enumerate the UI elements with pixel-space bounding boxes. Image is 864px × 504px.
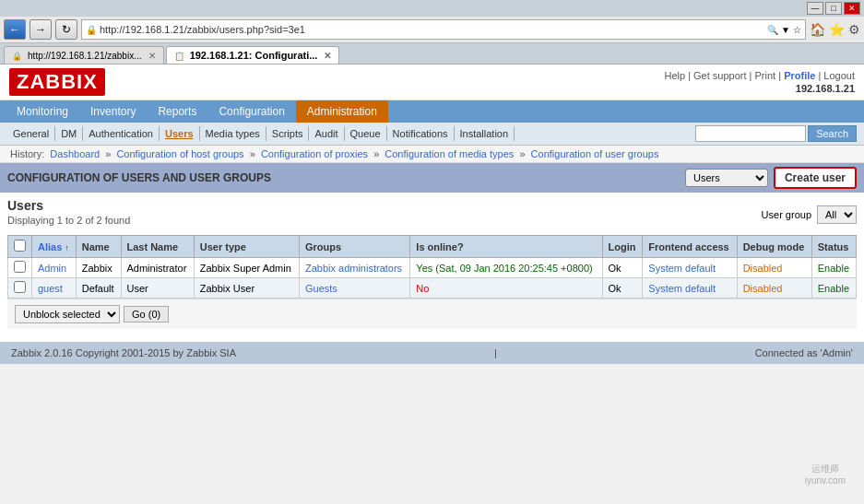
tab-2-close[interactable]: ✕	[324, 51, 331, 61]
subnav-dm[interactable]: DM	[55, 126, 83, 141]
row2-name: Default	[76, 278, 121, 299]
row1-frontend-value: System default	[648, 263, 716, 274]
address-favorite-icon[interactable]: ☆	[793, 25, 801, 35]
browser-tabs: 🔒 http://192.168.1.21/zabbix... ✕ 📋 192.…	[0, 43, 864, 64]
breadcrumb-dashboard[interactable]: Dashboard	[50, 148, 100, 159]
th-debug: Debug mode	[737, 236, 811, 258]
breadcrumb-sep2: »	[250, 148, 258, 159]
nav-monitoring[interactable]: Monitoring	[6, 100, 79, 123]
minimize-button[interactable]: —	[807, 2, 823, 15]
forward-button[interactable]: →	[30, 19, 52, 40]
go-button[interactable]: Go (0)	[124, 306, 169, 322]
tab-1-close[interactable]: ✕	[148, 51, 156, 61]
view-select[interactable]: Users User groups	[685, 169, 768, 187]
support-link[interactable]: Get support	[693, 70, 746, 81]
tab-2[interactable]: 📋 192.168.1.21: Configurati... ✕	[166, 46, 340, 64]
address-bar[interactable]: 🔒 http://192.168.1.21/zabbix/users.php?s…	[81, 19, 806, 40]
top-bar-right: Help | Get support | Print | Profile | L…	[664, 70, 855, 94]
bottom-actions: Unblock selected Go (0)	[7, 299, 857, 329]
row2-status: Enable	[811, 278, 856, 299]
breadcrumb-sep4: »	[519, 148, 527, 159]
profile-link[interactable]: Profile	[784, 70, 815, 81]
home-icon[interactable]: 🏠	[810, 22, 825, 37]
th-groups: Groups	[299, 236, 409, 258]
window-controls: — □ ✕	[807, 2, 860, 15]
subnav-authentication[interactable]: Authentication	[83, 126, 160, 141]
address-dropdown-icon[interactable]: ▼	[781, 25, 790, 35]
subnav-audit[interactable]: Audit	[309, 126, 344, 141]
main-nav: Monitoring Inventory Reports Configurati…	[0, 100, 864, 123]
browser-toolbar: ← → ↻ 🔒 http://192.168.1.21/zabbix/users…	[0, 17, 864, 43]
breadcrumb-proxies[interactable]: Configuration of proxies	[261, 148, 368, 159]
section-header: CONFIGURATION OF USERS AND USER GROUPS U…	[0, 163, 864, 193]
search-button[interactable]: Search	[808, 125, 857, 142]
users-section-title: Users	[7, 198, 130, 213]
usergroup-filter-label: User group	[762, 209, 811, 220]
footer-connected: Connected as 'Admin'	[755, 347, 853, 358]
star-icon[interactable]: ⭐	[829, 22, 845, 37]
subnav-scripts[interactable]: Scripts	[266, 126, 310, 141]
row1-groups: Zabbix administrators	[299, 258, 409, 278]
table-area: Users Displaying 1 to 2 of 2 found User …	[0, 193, 864, 334]
tab-1[interactable]: 🔒 http://192.168.1.21/zabbix... ✕	[4, 46, 164, 64]
th-alias: Alias ↑	[32, 236, 77, 258]
close-button[interactable]: ✕	[844, 2, 860, 15]
row1-login: Ok	[602, 258, 643, 278]
breadcrumb-media-types[interactable]: Configuration of media types	[385, 148, 514, 159]
nav-inventory[interactable]: Inventory	[79, 100, 147, 123]
th-name: Name	[76, 236, 121, 258]
row2-checkbox[interactable]	[14, 281, 26, 293]
sub-nav: General DM Authentication Users Media ty…	[0, 123, 864, 146]
search-input[interactable]	[695, 125, 806, 142]
address-security-icon: 🔒	[86, 25, 97, 35]
search-box: Search	[695, 125, 857, 142]
row1-usertype: Zabbix Super Admin	[194, 258, 299, 278]
maximize-button[interactable]: □	[825, 2, 842, 15]
th-login: Login	[602, 236, 643, 258]
help-link[interactable]: Help	[664, 70, 685, 81]
subnav-queue[interactable]: Queue	[345, 126, 387, 141]
breadcrumb-user-groups[interactable]: Configuration of user groups	[531, 148, 659, 159]
nav-configuration[interactable]: Configuration	[207, 100, 295, 123]
tab-1-label: http://192.168.1.21/zabbix...	[28, 51, 141, 61]
settings-icon[interactable]: ⚙	[848, 22, 860, 37]
action-select[interactable]: Unblock selected	[15, 305, 120, 323]
row2-usertype: Zabbix User	[194, 278, 299, 299]
subnav-installation[interactable]: Installation	[455, 126, 515, 141]
nav-reports[interactable]: Reports	[147, 100, 207, 123]
subnav-notifications[interactable]: Notifications	[387, 126, 455, 141]
row2-debug: Disabled	[737, 278, 811, 299]
tab-1-favicon: 🔒	[12, 52, 22, 61]
row2-groups-link[interactable]: Guests	[305, 283, 337, 294]
th-frontend: Frontend access	[643, 236, 737, 258]
refresh-button[interactable]: ↻	[55, 19, 77, 40]
sort-alias-link[interactable]: Alias	[38, 241, 62, 252]
breadcrumb-history-label: History:	[10, 148, 44, 159]
subnav-general[interactable]: General	[7, 126, 55, 141]
row1-checkbox[interactable]	[14, 261, 26, 273]
section-controls: Users User groups Create user	[685, 167, 857, 189]
row1-groups-link[interactable]: Zabbix administrators	[305, 263, 402, 274]
tab-2-favicon: 📋	[174, 52, 184, 61]
row1-alias-link[interactable]: Admin	[38, 263, 66, 274]
section-title: CONFIGURATION OF USERS AND USER GROUPS	[7, 171, 271, 184]
server-ip: 192.168.1.21	[796, 83, 855, 94]
row2-frontend-value: System default	[648, 283, 716, 294]
tab-2-label: 192.168.1.21: Configurati...	[190, 50, 318, 61]
breadcrumb-host-groups[interactable]: Configuration of host groups	[116, 148, 243, 159]
breadcrumb-sep1: »	[105, 148, 113, 159]
back-button[interactable]: ←	[4, 19, 26, 40]
print-link[interactable]: Print	[755, 70, 776, 81]
select-all-checkbox[interactable]	[14, 240, 26, 252]
table-row: Admin Zabbix Administrator Zabbix Super …	[8, 258, 857, 278]
breadcrumb-sep3: »	[373, 148, 382, 159]
subnav-users[interactable]: Users	[160, 126, 200, 141]
app: ZABBIX Help | Get support | Print | Prof…	[0, 64, 864, 364]
subnav-mediatypes[interactable]: Media types	[200, 126, 266, 141]
logout-link[interactable]: Logout	[823, 70, 855, 81]
nav-administration[interactable]: Administration	[296, 100, 388, 123]
row2-alias-link[interactable]: guest	[38, 283, 63, 294]
row2-groups: Guests	[299, 278, 409, 299]
create-user-button[interactable]: Create user	[774, 167, 857, 189]
usergroup-filter-select[interactable]: All	[817, 205, 857, 224]
